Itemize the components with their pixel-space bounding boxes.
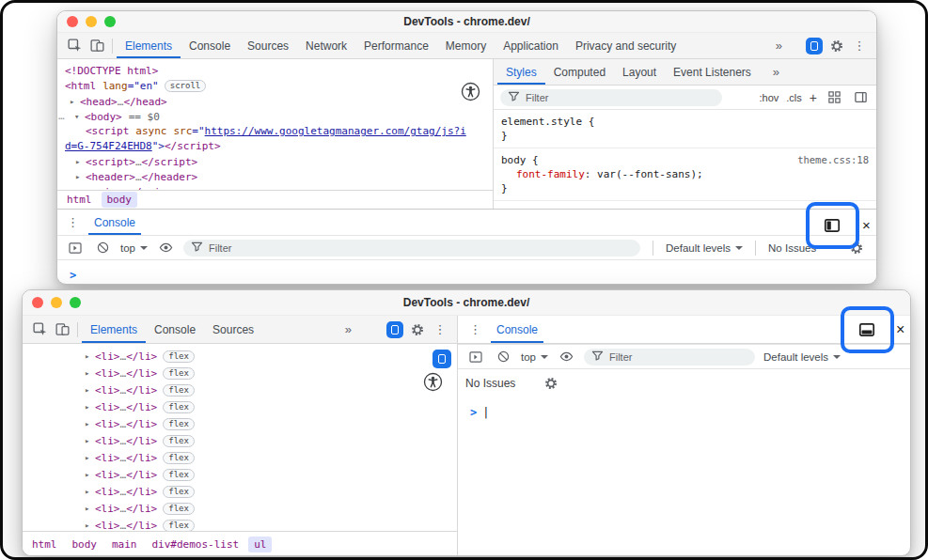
dom-node-li[interactable]: ▸<li>…</li>flex [23,449,457,466]
breadcrumb-main[interactable]: main [106,537,143,552]
dom-node-html[interactable]: <htmllang="en"scroll [57,79,493,94]
expand-arrow-icon[interactable]: ▸ [85,449,95,466]
flex-badge[interactable]: flex [163,503,195,515]
accessibility-icon[interactable] [461,82,480,104]
new-style-rule-icon[interactable]: + [810,90,817,105]
tab-network[interactable]: Network [297,33,355,58]
expand-arrow-icon[interactable]: ▸ [85,500,95,517]
dom-node-header[interactable]: ▸<header>…</header> [57,169,493,184]
eye-icon[interactable] [156,237,175,259]
grid-icon[interactable] [825,88,843,107]
close-drawer-icon[interactable]: × [862,218,871,232]
css-rule-element-style[interactable]: element.style { } [494,110,876,148]
console-filter[interactable] [584,349,755,366]
tab-styles[interactable]: Styles [497,59,545,85]
dom-node-doctype[interactable]: <!DOCTYPE html> [57,64,493,79]
expand-arrow-icon[interactable]: ▸ [85,415,95,432]
expand-arrow-icon[interactable]: ▸ [75,154,86,169]
dock-side-icon[interactable] [823,216,841,239]
flex-badge[interactable]: flex [163,452,195,464]
dom-node-body[interactable]: …▾<body>== $0 [57,109,493,124]
sidebar-toggle-icon[interactable] [851,88,870,107]
tab-console[interactable]: Console [146,316,204,343]
dock-bottom-icon[interactable] [857,320,876,343]
tab-sources[interactable]: Sources [204,316,262,343]
expand-arrow-icon[interactable]: ▸ [85,466,95,483]
flex-badge[interactable]: flex [163,520,195,532]
expand-arrow-icon[interactable]: ▸ [85,348,95,365]
console-filter-input[interactable] [209,242,633,254]
tab-console[interactable]: Console [491,316,543,343]
eye-icon[interactable] [557,346,575,368]
css-property-value[interactable]: var(--font-sans); [597,168,703,180]
tab-privacy-security[interactable]: Privacy and security [567,33,684,58]
resource-link[interactable]: d=G-754F24EHD8 [65,140,152,152]
dom-node-main[interactable]: ▸<main>…</main> [57,184,493,190]
dom-node-li[interactable]: ▸<li>…</li>flex [23,398,457,415]
hover-menu-icon[interactable]: … [58,109,65,124]
dom-node-li[interactable]: ▸<li>…</li>flex [23,365,457,381]
dom-node-li[interactable]: ▸<li>…</li>flex [23,500,457,517]
inspect-element-icon[interactable] [63,35,86,57]
drawer-menu-icon[interactable]: ⋮ [67,215,79,229]
close-panel-icon[interactable]: × [896,322,904,336]
tab-sources[interactable]: Sources [239,33,297,58]
gear-icon[interactable] [826,35,848,57]
tab-elements[interactable]: Elements [82,316,146,343]
clear-console-icon[interactable] [494,346,512,368]
flex-badge[interactable]: flex [163,469,195,481]
tab-memory[interactable]: Memory [437,33,495,58]
minimize-window-button[interactable] [51,297,62,308]
tab-event-listeners[interactable]: Event Listeners [665,59,760,85]
dom-node-script-gtag-wrap[interactable]: d=G-754F24EHD8"></script> [57,139,493,154]
log-levels-selector[interactable]: Default levels [666,242,743,254]
inspect-element-icon[interactable] [28,319,51,341]
overflow-menu-icon[interactable]: ⋮ [848,35,871,57]
device-toolbar-icon[interactable] [86,35,108,57]
more-tabs-icon[interactable]: » [769,65,783,79]
pseudo-state-toggle[interactable]: :hov [760,92,779,103]
drawer-menu-icon[interactable]: ⋮ [469,322,481,336]
tab-performance[interactable]: Performance [355,33,437,58]
context-selector[interactable]: top [521,351,548,363]
close-window-button[interactable] [67,16,78,27]
flex-badge[interactable]: flex [163,367,195,380]
breadcrumb-ul[interactable]: ul [248,537,272,552]
expand-arrow-icon[interactable]: ▸ [85,398,95,415]
device-mode-icon[interactable] [433,350,451,368]
expand-arrow-icon[interactable]: ▸ [85,365,95,381]
flex-badge[interactable]: flex [163,418,195,430]
console-prompt[interactable]: > [57,260,876,282]
overflow-menu-icon[interactable]: ⋮ [429,319,451,341]
window-titlebar[interactable]: DevTools - chrome.dev/ [23,290,910,316]
minimize-window-button[interactable] [86,16,97,27]
more-tabs-icon[interactable]: » [772,39,786,53]
flex-badge[interactable]: flex [163,401,195,413]
device-toolbar-icon[interactable] [51,319,73,341]
device-badge-icon[interactable] [803,35,826,57]
dom-node-li[interactable]: ▸<li>…</li>flex [23,348,457,365]
flex-badge[interactable]: flex [163,384,195,397]
dom-node-li[interactable]: ▸<li>…</li>flex [23,381,457,398]
expand-arrow-icon[interactable]: ▸ [85,381,95,398]
flex-badge[interactable]: flex [163,350,195,363]
breadcrumb-html[interactable]: html [26,537,63,552]
context-selector[interactable]: top [120,242,148,254]
breadcrumb-html[interactable]: html [61,192,98,208]
dom-node-script[interactable]: ▸<script>…</script> [57,154,493,169]
breadcrumb-body[interactable]: body [102,192,138,208]
element-class-toggle[interactable]: .cls [786,92,802,103]
expand-arrow-icon[interactable]: ▸ [70,94,80,109]
dom-node-li[interactable]: ▸<li>…</li>flex [23,432,457,449]
console-sidebar-icon[interactable] [466,346,485,368]
expand-arrow-icon[interactable]: ▸ [75,184,86,190]
stylesheet-link[interactable]: theme.css:18 [797,153,869,167]
resource-link[interactable]: https://www.googletagmanager.com/gtag/js… [205,125,466,137]
dom-node-li[interactable]: ▸<li>…</li>flex [23,415,457,432]
tab-application[interactable]: Application [495,33,567,58]
drawer-tab-console[interactable]: Console [88,210,141,235]
issues-status[interactable]: No Issues [465,377,515,390]
styles-filter[interactable] [500,89,722,106]
css-rule-body[interactable]: theme.css:18 body { font-family: var(--f… [494,148,876,201]
dom-node-li[interactable]: ▸<li>…</li>flex [23,517,457,531]
